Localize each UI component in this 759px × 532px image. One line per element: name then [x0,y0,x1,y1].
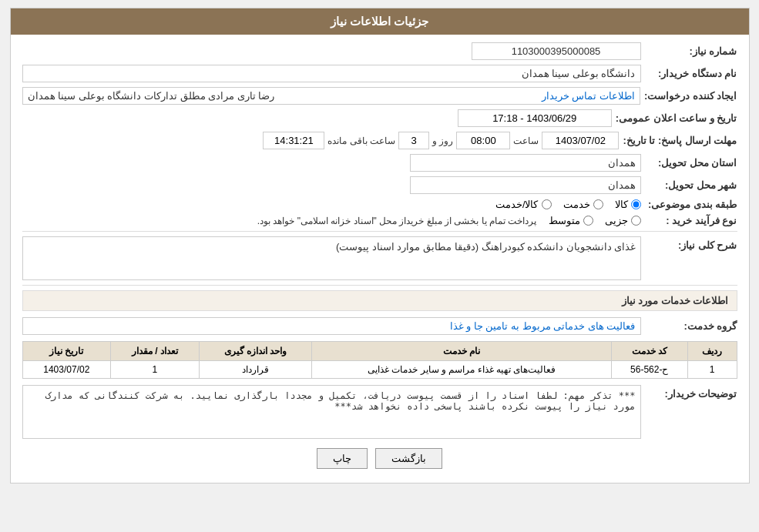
cell-row: 1 [687,361,737,379]
date-announce-value: 1403/06/29 - 17:18 [458,109,612,127]
category-radio-kala-khedmat[interactable] [542,199,552,209]
description-textarea[interactable]: غذای دانشجویان دانشکده کبودراهنگ (دقیقا … [22,236,641,280]
col-row: ردیف [687,342,737,361]
category-radio-kala[interactable] [631,199,641,209]
purchase-option-motavasset[interactable]: متوسط [549,215,593,226]
col-date: تاریخ نیاز [22,342,111,361]
purchase-radio-motavasset[interactable] [583,216,593,226]
response-time-label: ساعت [513,136,539,146]
purchase-jozii-label: جزیی [605,215,628,226]
creator-link[interactable]: اطلاعات تماس خریدار [542,90,635,102]
response-time: 08:00 [456,132,510,149]
purchase-note: پرداخت تمام یا بخشی از مبلغ خریداز محل "… [257,216,537,226]
purchase-radio-jozii[interactable] [631,216,641,226]
col-name: نام خدمت [312,342,612,361]
purchase-type-label: نوع فرآیند خرید : [645,215,737,226]
response-deadline-label: مهلت ارسال پاسخ: تا تاریخ: [623,135,737,146]
date-announce-label: تاریخ و ساعت اعلان عمومی: [616,112,737,124]
response-date: 1403/07/02 [542,132,619,149]
cell-unit: قرارداد [199,361,312,379]
page-title: جزئیات اطلاعات نیاز [331,15,428,28]
creator-box: اطلاعات تماس خریدار رضا تاری مرادی مطلق … [22,87,640,105]
cell-name: فعالیت‌های تهیه غذاء مراسم و سایر خدمات … [312,361,612,379]
need-number-label: شماره نیاز: [645,45,737,57]
org-name-label: نام دستگاه خریدار: [645,68,737,79]
page-header: جزئیات اطلاعات نیاز [11,8,749,35]
button-row: بازگشت چاپ [22,448,737,469]
category-option-kala-khedmat[interactable]: کالا/خدمت [495,199,552,210]
remarks-textarea[interactable] [22,385,641,439]
category-option-khedmat[interactable]: خدمت [563,199,603,210]
response-remaining: 14:31:21 [263,132,324,149]
table-row: 1 ح-562-56 فعالیت‌های تهیه غذاء مراسم و … [22,361,737,379]
purchase-option-jozii[interactable]: جزیی [605,215,641,226]
service-group-label: گروه خدمت: [645,320,737,332]
purchase-motavasset-label: متوسط [549,215,580,226]
need-number-value: 1103000395000085 [472,42,641,60]
col-code: کد خدمت [611,342,687,361]
category-kala-label: کالا [615,199,628,210]
category-label: طبقه بندی موضوعی: [645,199,737,210]
category-khedmat-label: خدمت [563,199,590,210]
cell-code: ح-562-56 [611,361,687,379]
services-table: ردیف کد خدمت نام خدمت واحد اندازه گیری ت… [22,341,737,379]
category-radio-khedmat[interactable] [593,199,603,209]
category-option-kala[interactable]: کالا [615,199,641,210]
city-value: همدان [410,176,641,194]
back-button[interactable]: بازگشت [375,448,442,469]
creator-label: ایجاد کننده درخواست: [644,90,737,102]
creator-value: رضا تاری مرادی مطلق تدارکات دانشگاه بوعل… [28,90,275,102]
services-section-title: اطلاعات خدمات مورد نیاز [22,290,737,311]
service-group-value[interactable]: فعالیت های خدماتی مربوط به تامین جا و غذ… [22,317,641,335]
org-name-value: دانشگاه بوعلی سینا همدان [22,65,641,82]
services-table-section: ردیف کد خدمت نام خدمت واحد اندازه گیری ت… [22,341,737,379]
response-days: 3 [398,132,429,149]
col-unit: واحد اندازه گیری [199,342,312,361]
province-value: همدان [410,154,641,172]
description-label: شرح کلی نیاز: [645,236,737,251]
print-button[interactable]: چاپ [317,448,368,469]
cell-qty: 1 [111,361,200,379]
city-label: شهر محل تحویل: [645,179,737,191]
category-kala-khedmat-label: کالا/خدمت [495,199,539,210]
purchase-type-group: متوسط جزیی [549,215,641,226]
response-remaining-label: ساعت باقی مانده [327,136,395,146]
cell-date: 1403/07/02 [22,361,111,379]
response-days-label: روز و [432,136,453,146]
remarks-label: توضیحات خریدار: [645,385,737,400]
col-qty: تعداد / مقدار [111,342,200,361]
province-label: استان محل تحویل: [645,157,737,169]
category-radio-group: کالا/خدمت خدمت کالا [495,199,641,210]
